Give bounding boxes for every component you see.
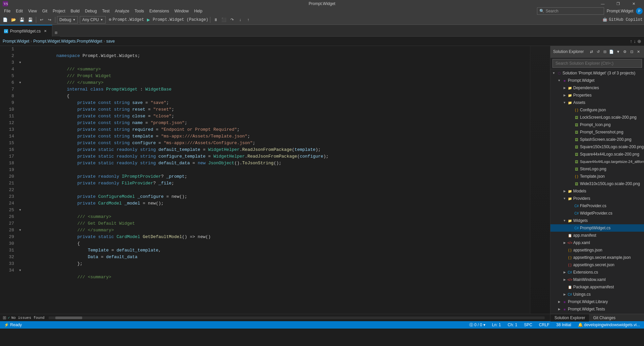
tab-close-btn[interactable]: ✕ [43,28,48,34]
se-filter-btn[interactable]: ▼ [615,49,621,55]
breadcrumb-file[interactable]: Prompt.Widget [3,39,29,44]
menu-window[interactable]: Window [172,7,192,15]
se-models[interactable]: ▶ 📁 Models [550,187,644,195]
menu-extensions[interactable]: Extensions [147,7,172,15]
se-promptwidget-cs[interactable]: C# PromptWidget.cs [550,224,644,232]
menu-analyze[interactable]: Analyze [112,7,132,15]
se-wide310[interactable]: 🖼 Wide310x150Logo.scale-200.png [550,180,644,187]
menu-help[interactable]: Help [192,7,205,15]
se-sync-btn[interactable]: ⇄ [588,49,594,55]
code-lines[interactable]: namespace Prompt.Widget.Widgets; /// <su… [23,46,530,314]
se-settings-btn[interactable]: ⚙ [622,49,628,55]
step-out-btn[interactable]: ↑ [245,16,252,23]
save-btn[interactable]: 💾 [18,16,26,23]
se-fileprovider[interactable]: C# FileProvider.cs [550,202,644,210]
se-square150[interactable]: 🖼 Square150x150Logo.scale-200.png [550,143,644,151]
debug-config-dropdown[interactable]: Debug ▼ [57,16,78,23]
se-project-library[interactable]: ▶ ■ Prompt.Widget.Library [550,298,644,305]
status-spc[interactable]: SPC [523,321,534,329]
se-show-files-btn[interactable]: 📄 [608,49,614,55]
start-debug-btn[interactable]: ▶ [145,16,152,23]
se-configure-json[interactable]: { } Configure.json [550,106,644,114]
expand-editor-btn[interactable]: ⊕ [637,39,641,44]
minimize-button[interactable]: — [595,0,610,7]
se-square44[interactable]: 🖼 Square44x44Logo.scale-200.png [550,151,644,158]
status-ready[interactable]: ⚡ Ready [3,321,23,329]
se-lockscreen-png[interactable]: 🖼 LockScreenLogo.scale-200.png [550,114,644,121]
attach-btn[interactable]: ⏸ [212,16,219,23]
menu-debug[interactable]: Debug [82,7,99,15]
status-crlf[interactable]: CRLF [538,321,551,329]
menu-git[interactable]: Git [40,7,50,15]
redo-btn[interactable]: ↪ [46,16,53,23]
pin-tabs-btn[interactable]: ⊞ [52,29,60,37]
se-app-xaml[interactable]: ▶ </> App.xaml [550,239,644,246]
tab-git-changes[interactable]: Git Changes [589,314,620,322]
h-scrollbar[interactable] [49,316,545,319]
status-ln[interactable]: Ln: 1 [491,321,502,329]
se-appsettings-secret[interactable]: { } appsettings.secret.json [550,261,644,269]
open-btn[interactable]: 📂 [10,16,17,23]
se-appsettings-example[interactable]: { } appsettings.secret.example.json [550,254,644,261]
se-assets[interactable]: ▼ 📁 Assets [550,99,644,106]
se-close-btn[interactable]: ✕ [635,49,641,55]
code-editor[interactable]: 1 2 3 4 5 6 7 8 9 10 11 12 13 14 15 16 1… [0,46,550,321]
se-extensions[interactable]: ▶ C# Extensions.cs [550,269,644,276]
se-prompt-screenshot[interactable]: 🖼 Prompt_Screenshot.png [550,128,644,136]
stop-btn[interactable]: ⬛ [220,16,228,23]
step-into-btn[interactable]: ↓ [236,16,244,23]
close-button[interactable]: ✕ [626,0,641,7]
restore-button[interactable]: ❐ [610,0,626,7]
platform-dropdown[interactable]: Any CPU ▼ [80,16,105,23]
se-usings[interactable]: ▶ C# Usings.cs [550,291,644,298]
h-scrollbar-thumb[interactable] [55,316,82,319]
se-storelogo[interactable]: 🖼 StoreLogo.png [550,165,644,173]
status-branch-count[interactable]: 38 Initial [555,321,573,329]
tab-solution-explorer[interactable]: Solution Explorer [550,314,589,322]
se-widgets-folder[interactable]: ▼ 📁 Widgets [550,217,644,224]
breadcrumb-class[interactable]: Prompt.Widget.Widgets.PromptWidget [33,39,102,44]
se-square44-altform[interactable]: 🖼 Square44x44Logo.targetsize-24_altform-… [550,158,644,165]
se-project-tests[interactable]: ▶ ■ Prompt.Widget.Tests [550,305,644,313]
settings-icon[interactable]: ⚙ [109,17,111,22]
se-project-main[interactable]: ▼ ■ Prompt.Widget [550,77,644,84]
se-template-json[interactable]: { } Template.json [550,173,644,180]
github-copilot[interactable]: 🤖 GitHub Copilot [602,17,643,22]
menu-build[interactable]: Build [68,7,83,15]
se-widgetprovider[interactable]: C# WidgetProvider.cs [550,210,644,217]
se-collapse-btn[interactable]: ⊟ [602,49,608,55]
new-project-btn[interactable]: 📄 [1,16,9,23]
se-prompt-icon-png[interactable]: 🖼 Prompt_Icon.png [550,121,644,128]
editor-scrollbar[interactable]: ⊞ ✓ No issues found [0,314,550,321]
step-over-btn[interactable]: ↷ [228,16,236,23]
se-solution-root[interactable]: ▼ ⬡ Solution 'Prompt.Widget' (3 of 3 pro… [550,69,644,77]
menu-edit[interactable]: Edit [13,7,25,15]
se-splashscreen[interactable]: 🖼 SplashScreen.scale-200.png [550,136,644,143]
tab-promptwidget-cs[interactable]: C# PromptWidget.cs ✕ [0,25,52,37]
se-appsettings[interactable]: { } appsettings.json [550,246,644,254]
se-mainwindow[interactable]: ▶ </> MainWindow.xaml [550,276,644,283]
nav-down-btn[interactable]: ↓ [634,39,636,44]
menu-tools[interactable]: Tools [132,7,147,15]
save-all-btn[interactable]: 💾 [26,16,34,23]
breadcrumb-member[interactable]: save [106,39,115,44]
se-float-btn[interactable]: ⊡ [629,49,635,55]
status-notifications[interactable]: 🔔 developingwindowswidgets.vi... [577,321,641,329]
se-properties[interactable]: ▶ 📁 Properties [550,92,644,99]
status-errors[interactable]: ⓪ 0 / 0 ▾ [468,321,487,329]
status-ch[interactable]: Ch: 1 [506,321,519,329]
menu-project[interactable]: Project [50,7,68,15]
user-avatar[interactable]: P [636,8,643,14]
se-dependencies[interactable]: ▶ 📁 Dependencies [550,84,644,92]
se-search-input[interactable] [552,59,642,68]
se-package-manifest[interactable]: 📋 Package.appxmanifest [550,283,644,291]
menu-file[interactable]: File [1,7,13,15]
window-controls[interactable]: — ❐ ✕ [595,0,641,7]
quick-search-box[interactable]: 🔍 Search [537,7,604,15]
menu-test[interactable]: Test [100,7,112,15]
menu-view[interactable]: View [25,7,40,15]
se-providers[interactable]: ▼ 📁 Providers [550,195,644,202]
se-app-manifest[interactable]: 📋 app.manifest [550,232,644,239]
se-refresh-btn[interactable]: ↺ [595,49,601,55]
nav-up-btn[interactable]: ↑ [630,39,632,44]
